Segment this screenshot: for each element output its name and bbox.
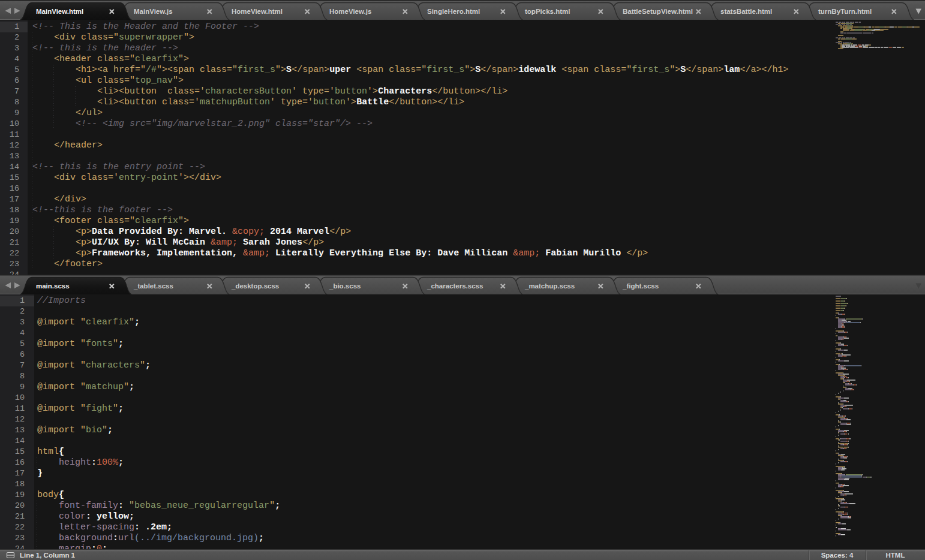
- svg-text:_tablet.scss: _tablet.scss: [133, 282, 173, 290]
- svg-text:turnByTurn.html: turnByTurn.html: [818, 8, 872, 15]
- svg-text:SingleHero.html: SingleHero.html: [427, 8, 480, 15]
- svg-text:_fight.scss: _fight.scss: [622, 282, 659, 290]
- svg-text:main.scss: main.scss: [36, 282, 70, 290]
- svg-text:topPicks.html: topPicks.html: [525, 8, 570, 15]
- svg-text:MainView.js: MainView.js: [134, 8, 173, 15]
- svg-text:statsBattle.html: statsBattle.html: [720, 8, 772, 15]
- svg-text:MainView.html: MainView.html: [36, 8, 83, 15]
- svg-text:HomeView.html: HomeView.html: [232, 8, 283, 15]
- svg-text:_bio.scss: _bio.scss: [329, 282, 361, 290]
- svg-text:_matchup.scss: _matchup.scss: [524, 282, 575, 290]
- svg-text:_characters.scss: _characters.scss: [427, 282, 483, 290]
- svg-text:_desktop.scss: _desktop.scss: [231, 282, 279, 290]
- svg-text:BattleSetupView.html: BattleSetupView.html: [623, 8, 693, 15]
- svg-text:HomeView.js: HomeView.js: [329, 8, 371, 15]
